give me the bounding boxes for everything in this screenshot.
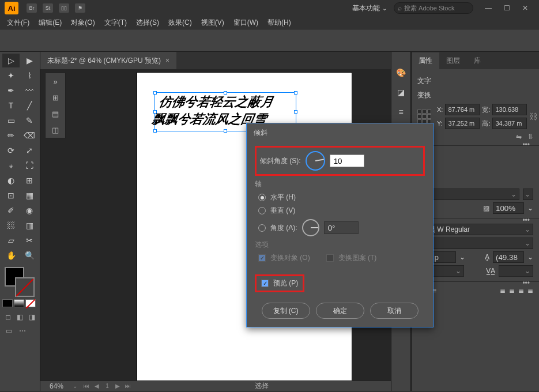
stock-search-input[interactable]: ⌕ 搜索 Adobe Stock xyxy=(394,2,473,14)
artwork-text-line1[interactable]: 仿佛兮若轻云之蔽月 xyxy=(157,93,274,111)
shear-angle-dial[interactable] xyxy=(306,151,325,171)
pathfinder-panel-icon[interactable]: ▤ xyxy=(49,108,62,119)
opacity-input[interactable] xyxy=(493,202,524,214)
type-tool[interactable]: T xyxy=(2,99,20,112)
x-input[interactable] xyxy=(445,104,480,115)
rotate-tool[interactable]: ⟳ xyxy=(2,144,20,157)
graph-tool[interactable]: ▥ xyxy=(21,218,38,232)
font-family-dropdown[interactable]: 酷黑 W Regular xyxy=(417,224,533,235)
scale-tool[interactable]: ⤢ xyxy=(21,144,38,157)
menu-help[interactable]: 帮助(H) xyxy=(267,18,291,28)
last-artboard-button[interactable]: ⏭ xyxy=(123,382,133,390)
artboard-tool[interactable]: ▱ xyxy=(2,233,20,247)
kerning-dropdown[interactable] xyxy=(429,265,464,277)
shape-builder-tool[interactable]: ◐ xyxy=(2,174,20,187)
edit-toolbar-icon[interactable]: ⋯ xyxy=(16,326,29,336)
justify-all-icon[interactable]: ≣ xyxy=(527,287,533,295)
tab-properties[interactable]: 属性 xyxy=(412,52,439,69)
perspective-tool[interactable]: ⊞ xyxy=(21,174,38,187)
chevron-down-icon[interactable]: ⌄ xyxy=(459,253,465,261)
window-close-button[interactable]: ✕ xyxy=(516,2,534,14)
y-input[interactable] xyxy=(445,118,480,129)
character-more-icon[interactable]: ••• xyxy=(522,279,530,287)
selection-tool[interactable]: ▷ xyxy=(2,54,20,67)
menu-view[interactable]: 视图(V) xyxy=(201,18,224,28)
stroke-panel-icon[interactable]: ≡ xyxy=(395,106,407,118)
gradient-tool[interactable]: ▦ xyxy=(21,189,38,202)
menu-object[interactable]: 对象(O) xyxy=(71,18,95,28)
curvature-tool[interactable]: 〰 xyxy=(21,84,38,97)
justify-icon3[interactable]: ≣ xyxy=(518,287,524,295)
fill-stroke-swatches[interactable] xyxy=(2,266,37,298)
cancel-button[interactable]: 取消 xyxy=(370,303,419,319)
menu-select[interactable]: 选择(S) xyxy=(136,18,159,28)
axis-angle-input[interactable] xyxy=(324,221,359,234)
arrange-icon[interactable]: ▯▯ xyxy=(59,3,69,13)
axis-angle-radio[interactable]: 角度 (A): xyxy=(258,219,425,236)
workspace-switcher[interactable]: 基本功能 ⌄ xyxy=(352,3,387,13)
blend-tool[interactable]: ◉ xyxy=(21,203,38,217)
justify-icon[interactable]: ≣ xyxy=(500,287,506,295)
swatches-panel-icon[interactable]: ◪ xyxy=(395,86,407,98)
draw-normal-icon[interactable]: ◻ xyxy=(2,312,13,322)
tab-layers[interactable]: 图层 xyxy=(439,52,467,69)
zoom-tool[interactable]: 🔍 xyxy=(21,248,38,262)
axis-angle-dial[interactable] xyxy=(302,219,319,236)
window-maximize-button[interactable]: ☐ xyxy=(497,2,516,14)
reference-point-widget[interactable] xyxy=(417,110,431,123)
width-tool[interactable]: ⍖ xyxy=(2,159,20,172)
close-icon[interactable]: × xyxy=(165,56,169,65)
direct-selection-tool[interactable]: ▶ xyxy=(21,54,38,67)
h-input[interactable] xyxy=(492,118,527,129)
menu-window[interactable]: 窗口(W) xyxy=(233,18,258,28)
screen-mode-icon[interactable]: ▭ xyxy=(2,326,15,336)
first-artboard-button[interactable]: ⏮ xyxy=(82,382,91,390)
copy-button[interactable]: 复制 (C) xyxy=(262,303,310,319)
axis-vertical-radio[interactable]: 垂直 (V) xyxy=(258,206,425,216)
stock-icon[interactable]: St xyxy=(43,3,53,13)
stroke-swatch[interactable] xyxy=(15,277,35,297)
eraser-tool[interactable]: ⌫ xyxy=(21,129,38,142)
tab-libraries[interactable]: 库 xyxy=(467,52,488,69)
justify-icon2[interactable]: ≣ xyxy=(509,287,515,295)
hand-tool[interactable]: ✋ xyxy=(2,248,20,262)
document-tab[interactable]: 未标题-2* @ 64% (CMYK/GPU 预览) × xyxy=(40,52,176,69)
menu-type[interactable]: 文字(T) xyxy=(104,18,127,28)
preview-checkbox[interactable]: ✓ xyxy=(261,280,269,287)
zoom-level[interactable]: 64% xyxy=(40,382,73,390)
shear-angle-input[interactable] xyxy=(330,154,364,167)
line-tool[interactable]: ╱ xyxy=(21,99,38,112)
transform-more-icon[interactable]: ••• xyxy=(522,141,530,149)
gradient-mode-icon[interactable] xyxy=(14,299,24,307)
artboard-number[interactable]: 1 xyxy=(103,382,112,390)
color-mode-icon[interactable] xyxy=(2,299,13,307)
shaper-tool[interactable]: ✏ xyxy=(2,129,20,142)
appearance-more-icon[interactable]: ••• xyxy=(522,216,530,224)
leading-input[interactable] xyxy=(493,251,524,263)
free-transform-tool[interactable]: ⛶ xyxy=(21,159,38,172)
w-input[interactable] xyxy=(492,104,527,115)
small-dropdown[interactable] xyxy=(523,189,533,200)
flip-h-icon[interactable]: ⇋ xyxy=(516,133,522,141)
menu-effect[interactable]: 效果(C) xyxy=(168,18,192,28)
bridge-icon[interactable]: Br xyxy=(27,3,37,13)
ok-button[interactable]: 确定 xyxy=(316,303,364,319)
chevron-down-icon[interactable]: ⌄ xyxy=(527,204,533,212)
color-panel-icon[interactable]: 🎨 xyxy=(395,67,407,78)
magic-wand-tool[interactable]: ✦ xyxy=(2,69,20,82)
align-panel-icon[interactable]: ⊞ xyxy=(49,92,62,103)
eyedropper-tool[interactable]: ✐ xyxy=(2,203,20,217)
font-style-dropdown[interactable] xyxy=(417,238,533,249)
draw-behind-icon[interactable]: ◧ xyxy=(14,312,25,322)
slice-tool[interactable]: ✂ xyxy=(21,233,38,247)
prev-artboard-button[interactable]: ◀ xyxy=(92,382,101,390)
lasso-tool[interactable]: ⌇ xyxy=(21,69,38,82)
tracking-dropdown[interactable] xyxy=(499,265,533,277)
expand-panel-icon[interactable]: » xyxy=(49,76,62,87)
mesh-tool[interactable]: ⊡ xyxy=(2,189,20,202)
link-wh-icon[interactable]: ⛓ xyxy=(529,112,539,121)
none-mode-icon[interactable] xyxy=(25,299,36,307)
next-artboard-button[interactable]: ▶ xyxy=(113,382,122,390)
flip-v-icon[interactable]: ⥮ xyxy=(527,133,533,141)
pen-tool[interactable]: ✒ xyxy=(2,84,20,97)
